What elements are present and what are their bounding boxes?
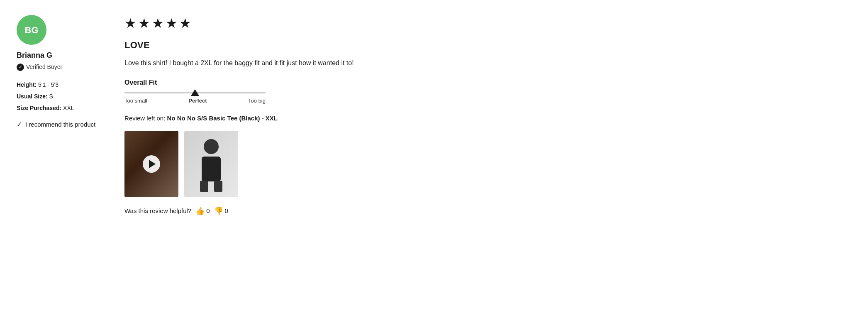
avatar: BG [17, 15, 46, 45]
star-4: ★ [166, 13, 178, 33]
star-3: ★ [152, 13, 164, 33]
svg-rect-2 [200, 181, 208, 192]
height-label: Height: [17, 81, 37, 88]
thumbs-up-button[interactable]: 👍 0 [195, 206, 210, 215]
size-purchased-row: Size Purchased: XXL [17, 102, 108, 114]
star-rating: ★ ★ ★ ★ ★ [124, 13, 440, 33]
checkmark-icon: ✓ [17, 120, 22, 130]
height-value: 5'1 - 5'3 [38, 81, 59, 88]
fit-too-small: Too small [124, 97, 147, 105]
fit-labels: Too small Perfect Too big [124, 97, 266, 105]
thumbs-down-icon: 👎 [214, 206, 223, 215]
height-row: Height: 5'1 - 5'3 [17, 79, 108, 91]
play-triangle-icon [149, 160, 156, 168]
review-left-on-prefix: Review left on: [124, 115, 165, 122]
helpful-question: Was this review helpful? [124, 206, 191, 216]
reviewer-name: Brianna G [17, 50, 108, 61]
size-purchased-label: Size Purchased: [17, 105, 61, 111]
review-card: BG Brianna G ✓ Verified Buyer Height: 5'… [0, 0, 456, 229]
helpful-section: Was this review helpful? 👍 0 👎 0 [124, 206, 440, 216]
fit-perfect: Perfect [188, 97, 207, 105]
review-main: ★ ★ ★ ★ ★ LOVE Love this shirt! I bought… [124, 13, 440, 215]
verified-badge: ✓ Verified Buyer [17, 63, 108, 71]
fit-too-big: Too big [248, 97, 266, 105]
thumbs-up-icon: 👍 [195, 206, 205, 215]
usual-size-row: Usual Size: S [17, 91, 108, 102]
fit-track [124, 92, 266, 93]
reviewer-meta: Height: 5'1 - 5'3 Usual Size: S Size Pur… [17, 79, 108, 114]
svg-point-0 [204, 139, 219, 154]
recommend-line: ✓ I recommend this product [17, 120, 108, 130]
usual-size-label: Usual Size: [17, 93, 48, 100]
verified-icon: ✓ [17, 64, 24, 71]
review-left-on: Review left on: No No No S/S Basic Tee (… [124, 114, 440, 123]
review-product-name: No No No S/S Basic Tee (Black) - XXL [167, 115, 278, 122]
fit-slider [124, 92, 440, 93]
reviewer-sidebar: BG Brianna G ✓ Verified Buyer Height: 5'… [17, 13, 108, 215]
fit-label: Overall Fit [124, 78, 440, 88]
fit-indicator [191, 89, 199, 96]
recommend-label: I recommend this product [25, 120, 95, 130]
review-image-photo[interactable] [184, 131, 238, 197]
svg-rect-1 [202, 157, 221, 181]
photo-silhouette [184, 131, 238, 197]
size-purchased-value: XXL [63, 105, 74, 111]
review-images [124, 131, 440, 197]
star-2: ★ [138, 13, 150, 33]
fit-section: Overall Fit Too small Perfect Too big [124, 78, 440, 105]
review-title: LOVE [124, 38, 440, 52]
verified-label: Verified Buyer [26, 63, 62, 71]
thumbs-down-button[interactable]: 👎 0 [214, 206, 228, 215]
svg-rect-3 [214, 181, 222, 192]
play-button[interactable] [143, 155, 160, 173]
review-image-video[interactable] [124, 131, 178, 197]
usual-size-value: S [49, 93, 53, 100]
thumbs-up-count: 0 [206, 207, 210, 214]
star-1: ★ [124, 13, 137, 33]
review-body: Love this shirt! I bought a 2XL for the … [124, 58, 440, 69]
star-5: ★ [179, 13, 191, 33]
thumbs-down-count: 0 [225, 207, 228, 214]
